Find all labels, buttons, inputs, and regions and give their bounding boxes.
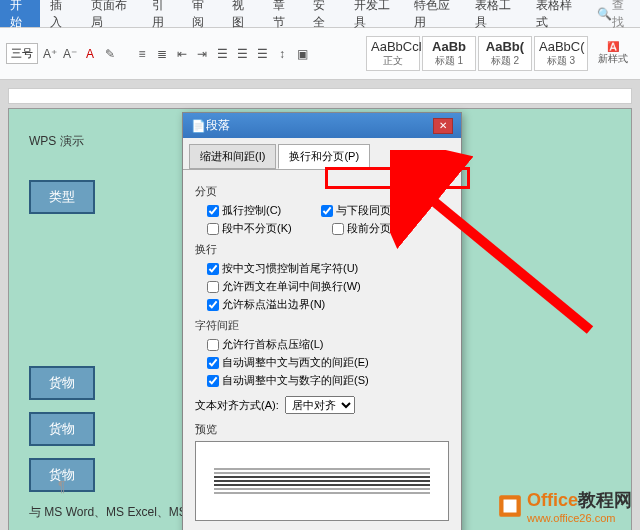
group-spacing: 字符间距 <box>195 318 449 333</box>
font-size-select[interactable]: 三号 <box>6 43 38 64</box>
checkbox-cjk-number[interactable]: 自动调整中文与数字的间距(S) <box>207 373 369 388</box>
dialog-body: 分页 孤行控制(C) 与下段同页(X) 段中不分页(K) 段前分页(B) 换行 … <box>183 169 461 530</box>
group-wrap: 换行 <box>195 242 449 257</box>
tab-view[interactable]: 视图 <box>222 0 262 27</box>
dialog-tabs: 缩进和间距(I) 换行和分页(P) <box>183 138 461 169</box>
align-center-icon[interactable]: ☰ <box>234 46 250 62</box>
align-label: 文本对齐方式(A): <box>195 398 279 413</box>
style-gallery: AaBbCcl 正文 AaBb 标题 1 AaBb( 标题 2 AaBbC( 标… <box>366 36 588 71</box>
style-h2[interactable]: AaBb( 标题 2 <box>478 36 532 71</box>
checkbox-hang-punct[interactable]: 允许标点溢出边界(N) <box>207 297 325 312</box>
table-cell-goods1[interactable]: 货物 <box>29 366 95 400</box>
new-style-icon: 🅰️ <box>607 41 619 52</box>
group-paging: 分页 <box>195 184 449 199</box>
highlight-icon[interactable]: ✎ <box>102 46 118 62</box>
tab-table-style[interactable]: 表格样式 <box>526 0 587 27</box>
tab-layout[interactable]: 页面布局 <box>81 0 142 27</box>
checkbox-next-page[interactable]: 与下段同页(X) <box>321 203 406 218</box>
watermark: Office教程网 www.office26.com <box>497 488 632 524</box>
checkbox-compress[interactable]: 允许行首标点压缩(L) <box>207 337 323 352</box>
checkbox-break-before[interactable]: 段前分页(B) <box>332 221 406 236</box>
indent-left-icon[interactable]: ⇤ <box>174 46 190 62</box>
dialog-icon: 📄 <box>191 119 206 133</box>
style-body[interactable]: AaBbCcl 正文 <box>366 36 420 71</box>
dialog-title-text: 段落 <box>206 117 230 134</box>
line-spacing-icon[interactable]: ↕ <box>274 46 290 62</box>
checkbox-no-break[interactable]: 段中不分页(K) <box>207 221 292 236</box>
new-style-button[interactable]: 🅰️ 新样式 <box>592 39 634 68</box>
numbering-icon[interactable]: ≣ <box>154 46 170 62</box>
checkbox-orphan[interactable]: 孤行控制(C) <box>207 203 281 218</box>
tab-insert[interactable]: 插入 <box>40 0 80 27</box>
dialog-close-button[interactable]: ✕ <box>433 118 453 134</box>
tab-references[interactable]: 引用 <box>142 0 182 27</box>
dialog-titlebar[interactable]: 📄 段落 ✕ <box>183 113 461 138</box>
tab-security[interactable]: 安全 <box>303 0 343 27</box>
indent-right-icon[interactable]: ⇥ <box>194 46 210 62</box>
dialog-tab-indent[interactable]: 缩进和间距(I) <box>189 144 276 169</box>
tab-review[interactable]: 审阅 <box>182 0 222 27</box>
ribbon-tabs: 开始 插入 页面布局 引用 审阅 视图 章节 安全 开发工具 特色应用 表格工具… <box>0 0 640 28</box>
style-h3[interactable]: AaBbC( 标题 3 <box>534 36 588 71</box>
tab-special[interactable]: 特色应用 <box>404 0 465 27</box>
preview-label: 预览 <box>195 422 449 437</box>
ruler[interactable] <box>8 88 632 104</box>
dialog-tab-pagination[interactable]: 换行和分页(P) <box>278 144 370 169</box>
align-right-icon[interactable]: ☰ <box>254 46 270 62</box>
style-h1[interactable]: AaBb 标题 1 <box>422 36 476 71</box>
paragraph-dialog: 📄 段落 ✕ 缩进和间距(I) 换行和分页(P) 分页 孤行控制(C) 与下段同… <box>182 112 462 530</box>
tab-table-tools[interactable]: 表格工具 <box>465 0 526 27</box>
tab-chapter[interactable]: 章节 <box>263 0 303 27</box>
tab-home[interactable]: 开始 <box>0 0 40 27</box>
align-select[interactable]: 居中对齐 <box>285 396 355 414</box>
search-box[interactable]: 🔍 查找 <box>587 0 640 31</box>
fill-color-icon[interactable]: ▣ <box>294 46 310 62</box>
toolbar: 三号 A⁺ A⁻ A ✎ ≡ ≣ ⇤ ⇥ ☰ ☰ ☰ ↕ ▣ AaBbCcl 正… <box>0 28 640 80</box>
decrease-font-icon[interactable]: A⁻ <box>62 46 78 62</box>
align-left-icon[interactable]: ☰ <box>214 46 230 62</box>
paragraph-mark-icon: ¶ <box>58 478 66 494</box>
table-cell-goods2[interactable]: 货物 <box>29 412 95 446</box>
svg-rect-2 <box>503 500 516 513</box>
table-cell-type[interactable]: 类型 <box>29 180 95 214</box>
search-label: 查找 <box>612 0 630 31</box>
checkbox-latin-wrap[interactable]: 允许西文在单词中间换行(W) <box>207 279 361 294</box>
checkbox-cjk-latin[interactable]: 自动调整中文与西文的间距(E) <box>207 355 369 370</box>
increase-font-icon[interactable]: A⁺ <box>42 46 58 62</box>
office-logo-icon <box>497 493 523 519</box>
search-icon: 🔍 <box>597 7 612 21</box>
watermark-url: www.office26.com <box>527 512 632 524</box>
tab-dev[interactable]: 开发工具 <box>344 0 405 27</box>
bullets-icon[interactable]: ≡ <box>134 46 150 62</box>
checkbox-cjk-punct[interactable]: 按中文习惯控制首尾字符(U) <box>207 261 358 276</box>
font-color-icon[interactable]: A <box>82 46 98 62</box>
preview-box <box>195 441 449 521</box>
